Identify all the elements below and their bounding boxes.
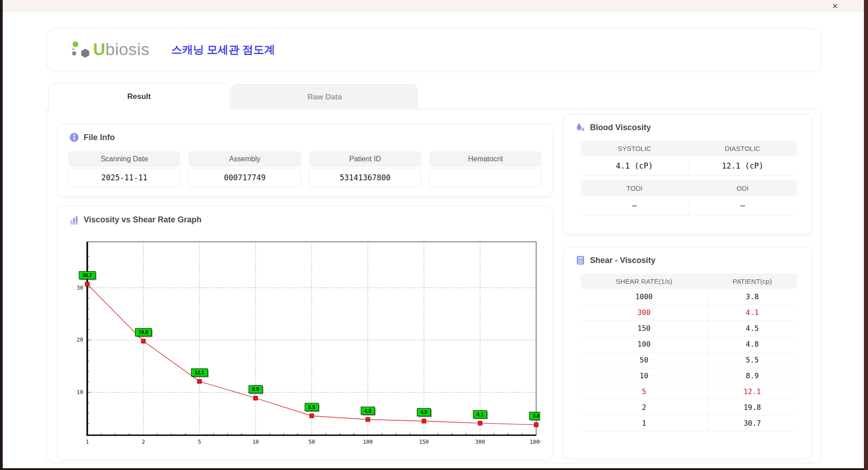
ubiosis-logo-text: Ubiosis — [93, 40, 150, 59]
field-value: 000717749 — [189, 168, 301, 187]
blood-viscosity-heading: Blood Viscosity — [576, 122, 651, 132]
svg-text:100: 100 — [363, 439, 373, 445]
window-titlebar: × — [3, 0, 864, 11]
odi-header: ODI — [689, 180, 797, 196]
field-label: Assembly — [189, 151, 301, 167]
blood-viscosity-card: Blood Viscosity SYSTOLIC DIASTOLIC 4.1 (… — [563, 114, 812, 235]
table-row: 10003.8 — [580, 289, 797, 305]
svg-text:1: 1 — [85, 439, 89, 445]
table-header-row: SHEAR RATE(1/s) PATIENT(cp) — [580, 273, 797, 289]
table-row: 108.9 — [580, 368, 797, 384]
field-value — [429, 168, 542, 187]
svg-text:5: 5 — [198, 439, 201, 445]
ubiosis-logo-icon — [70, 39, 90, 60]
viscosity-chart: 1020301251050100150300100030.719.812.18.… — [70, 238, 540, 454]
odi-value: – — [689, 196, 797, 216]
field-patient-id: Patient ID 53141367800 — [309, 151, 421, 187]
systolic-value: 4.1 (cP) — [580, 156, 689, 176]
app-header: Ubiosis 스캐닝 모세관 점도계 — [47, 28, 821, 71]
file-info-card: File Info Scanning Date 2025-11-11 Assem… — [57, 124, 553, 197]
svg-text:8.9: 8.9 — [252, 386, 259, 392]
svg-text:1000: 1000 — [530, 439, 540, 445]
tab-raw-data[interactable]: Raw Data — [231, 84, 418, 109]
svg-text:5.5: 5.5 — [308, 404, 315, 410]
shear-viscosity-table: SHEAR RATE(1/s) PATIENT(cp) 10003.8 3004… — [580, 273, 797, 432]
field-label: Hematocrit — [429, 151, 542, 167]
patient-header: PATIENT(cp) — [708, 273, 797, 289]
table-row: 130.7 — [580, 415, 797, 431]
systolic-header: SYSTOLIC — [580, 141, 689, 156]
svg-text:3.8: 3.8 — [533, 413, 539, 418]
svg-text:20: 20 — [77, 337, 83, 343]
blood-viscosity-table: SYSTOLIC DIASTOLIC 4.1 (cP) 12.1 (cP) TO… — [580, 141, 797, 216]
viscosity-graph-heading: Viscosity vs Shear Rate Graph — [69, 215, 202, 225]
shear-viscosity-heading: Shear - Viscosity — [576, 255, 656, 265]
svg-text:30: 30 — [77, 285, 83, 291]
window-border-bottom — [0, 468, 868, 470]
window-border-right — [864, 0, 868, 470]
viscosity-graph-card: Viscosity vs Shear Rate Graph 1020301251… — [57, 206, 553, 460]
window-border-left — [0, 0, 3, 470]
diastolic-header: DIASTOLIC — [689, 141, 797, 156]
svg-text:4.5: 4.5 — [420, 409, 427, 415]
svg-text:10: 10 — [252, 439, 259, 445]
bar-chart-icon — [69, 215, 79, 225]
viscosity-chart-container: 1020301251050100150300100030.719.812.18.… — [70, 238, 540, 456]
field-value: 2025-11-11 — [68, 168, 180, 187]
svg-text:19.8: 19.8 — [138, 329, 148, 335]
todi-header: TODI — [580, 180, 689, 196]
field-label: Scanning Date — [68, 151, 180, 167]
systolic-diastolic-group: SYSTOLIC DIASTOLIC 4.1 (cP) 12.1 (cP) — [580, 141, 797, 176]
svg-text:12.1: 12.1 — [195, 370, 204, 375]
field-scanning-date: Scanning Date 2025-11-11 — [68, 151, 180, 187]
shear-viscosity-card: Shear - Viscosity SHEAR RATE(1/s) PATIEN… — [563, 247, 812, 459]
svg-text:150: 150 — [419, 439, 429, 445]
file-info-fields: Scanning Date 2025-11-11 Assembly 000717… — [68, 151, 542, 187]
table-row: 512.1 — [580, 384, 797, 400]
svg-text:4.8: 4.8 — [364, 408, 371, 414]
svg-text:10: 10 — [77, 389, 83, 395]
shear-rate-header: SHEAR RATE(1/s) — [580, 273, 708, 289]
droplets-icon — [576, 122, 585, 132]
table-header-row: TODI ODI — [580, 180, 797, 196]
tab-result[interactable]: Result — [48, 83, 230, 109]
result-panel: File Info Scanning Date 2025-11-11 Assem… — [47, 109, 821, 463]
file-info-heading: File Info — [69, 132, 115, 142]
field-hematocrit: Hematocrit — [429, 151, 542, 187]
table-row: 1504.5 — [580, 320, 797, 336]
table-header-row: SYSTOLIC DIASTOLIC — [580, 141, 797, 156]
svg-text:2: 2 — [142, 439, 145, 445]
table-value-row: – – — [580, 196, 797, 216]
table-row: 505.5 — [580, 352, 797, 368]
diastolic-value: 12.1 (cP) — [689, 156, 797, 176]
todi-odi-group: TODI ODI – – — [580, 180, 797, 216]
close-button[interactable]: × — [830, 0, 840, 11]
svg-text:4.1: 4.1 — [476, 412, 483, 417]
table-row: 1004.8 — [580, 336, 797, 352]
svg-text:50: 50 — [308, 439, 315, 445]
table-value-row: 4.1 (cP) 12.1 (cP) — [580, 156, 797, 176]
ubiosis-logo: Ubiosis — [70, 39, 150, 60]
calculator-icon — [576, 255, 585, 265]
table-row: 3004.1 — [580, 305, 797, 320]
field-assembly: Assembly 000717749 — [189, 151, 301, 187]
info-icon — [69, 132, 79, 142]
table-row: 219.8 — [580, 400, 797, 415]
svg-text:300: 300 — [475, 439, 485, 445]
field-value: 53141367800 — [309, 168, 421, 187]
field-label: Patient ID — [309, 151, 421, 167]
svg-text:30.7: 30.7 — [82, 273, 92, 278]
todi-value: – — [580, 196, 689, 216]
app-title: 스캐닝 모세관 점도계 — [171, 42, 275, 57]
close-icon: × — [832, 1, 838, 11]
